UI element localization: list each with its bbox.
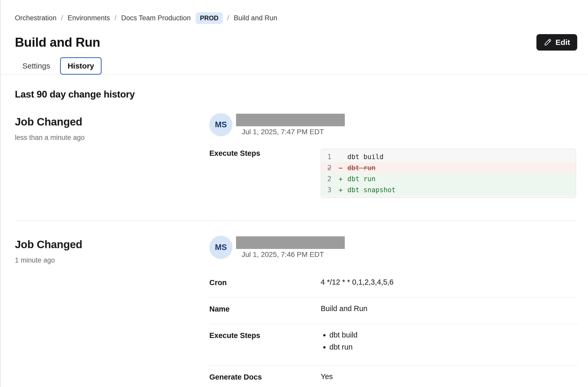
history-entry: Job Changed less than a minute ago MS Ju… [15,113,577,198]
execute-steps-list: dbt build dbt run [329,331,577,355]
field-row-cron: Cron 4 */12 * * 0,1,2,3,4,5,6 [209,271,577,298]
entry-event-title: Job Changed [15,116,209,128]
page-title: Build and Run [15,35,100,50]
breadcrumb-separator: / [115,14,117,22]
field-value: Yes [321,372,577,381]
field-row-name: Name Build and Run [209,298,577,324]
execute-step-item: dbt run [329,343,577,351]
field-label: Execute Steps [209,331,321,355]
breadcrumb-environment-name[interactable]: Docs Team Production [121,14,191,22]
diff-line-number: 2 [327,164,339,172]
field-label: Execute Steps [209,149,321,198]
diff-line-added: 3 + dbt snapshot [321,184,576,195]
execute-steps-diff-row: Execute Steps 1 dbt build 2 - dbt run 2 [209,149,577,198]
pencil-icon [544,38,552,46]
diff-sign: + [339,186,347,194]
field-row-execute-steps: Execute Steps dbt build dbt run [209,324,577,366]
edit-button[interactable]: Edit [536,34,577,51]
changed-fields: Cron 4 */12 * * 0,1,2,3,4,5,6 Name Build… [209,271,577,387]
breadcrumb-current-job: Build and Run [234,14,277,22]
diff-line-number: 1 [327,153,339,161]
tab-settings[interactable]: Settings [15,57,57,75]
author-meta: Jul 1, 2025, 7:46 PM EDT [236,236,345,259]
entry-summary: Job Changed less than a minute ago [15,113,209,198]
diff-line-added: 2 + dbt run [321,173,576,184]
diff-line-number: 3 [327,186,339,194]
entry-author: MS Jul 1, 2025, 7:47 PM EDT [209,113,577,136]
diff-code: dbt build [347,153,384,161]
entry-detail: MS Jul 1, 2025, 7:47 PM EDT Execute Step… [209,113,577,198]
page-header: Build and Run Edit [15,34,577,51]
redacted-user-name [236,114,345,126]
execute-steps-diff-block: 1 dbt build 2 - dbt run 2 + dbt run [321,149,576,198]
tab-history[interactable]: History [60,57,101,75]
entry-relative-time: less than a minute ago [15,134,209,142]
entry-relative-time: 1 minute ago [15,256,209,264]
breadcrumb: Orchestration / Environments / Docs Team… [15,11,577,24]
avatar: MS [209,113,232,136]
field-value: Build and Run [321,304,577,313]
diff-line-removed: 2 - dbt run [321,162,576,173]
field-value: 4 */12 * * 0,1,2,3,4,5,6 [321,278,577,287]
breadcrumb-separator: / [61,14,63,22]
execute-step-item: dbt build [329,331,577,339]
change-history-heading: Last 90 day change history [15,89,577,100]
field-label: Cron [209,278,321,287]
entry-detail: MS Jul 1, 2025, 7:46 PM EDT Cron 4 */12 … [209,236,577,387]
entry-author: MS Jul 1, 2025, 7:46 PM EDT [209,236,577,259]
diff-code: dbt snapshot [347,186,396,194]
diff-sign: - [339,164,347,172]
redacted-user-name [236,236,345,249]
entry-timestamp: Jul 1, 2025, 7:47 PM EDT [242,128,345,136]
field-row-generate-docs: Generate Docs Yes [209,366,577,387]
field-label: Generate Docs [209,372,321,381]
edit-button-label: Edit [555,38,570,47]
prod-environment-badge: PROD [196,12,222,24]
field-label: Name [209,304,321,313]
avatar: MS [209,236,232,259]
breadcrumb-orchestration[interactable]: Orchestration [15,14,56,22]
diff-sign: + [339,175,347,183]
tab-bar: Settings History [15,57,577,75]
diff-line-number: 2 [327,175,339,183]
breadcrumb-environments[interactable]: Environments [68,14,110,22]
entry-event-title: Job Changed [15,238,209,251]
diff-code: dbt run [347,164,376,172]
breadcrumb-separator: / [227,14,229,22]
entry-summary: Job Changed 1 minute ago [15,236,209,387]
entry-timestamp: Jul 1, 2025, 7:46 PM EDT [242,250,345,259]
author-meta: Jul 1, 2025, 7:47 PM EDT [236,113,345,136]
job-history-page: Orchestration / Environments / Docs Team… [0,0,588,387]
diff-code: dbt run [347,175,376,183]
diff-line: 1 dbt build [321,151,576,162]
history-entry: Job Changed 1 minute ago MS Jul 1, 2025,… [15,220,577,387]
